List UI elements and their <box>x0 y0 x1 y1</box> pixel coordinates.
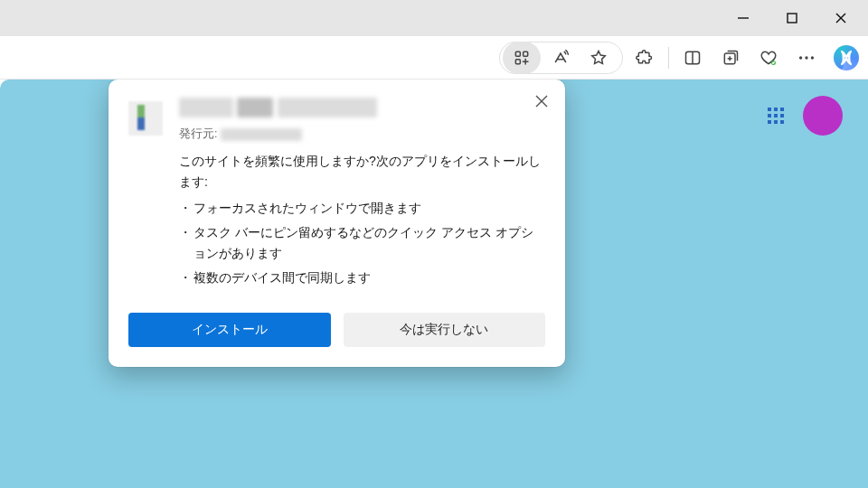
popup-actions: インストール 今は実行しない <box>128 313 545 347</box>
svg-point-17 <box>805 56 807 59</box>
app-install-icon <box>513 49 531 67</box>
not-now-button-label: 今は実行しない <box>400 322 488 338</box>
read-aloud-button[interactable] <box>542 42 579 74</box>
install-app-button[interactable] <box>503 42 541 74</box>
popup-bullet: タスク バーにピン留めするなどのクイック アクセス オプションがあります <box>179 222 545 264</box>
user-avatar[interactable] <box>803 96 843 136</box>
popup-bullet: フォーカスされたウィンドウで開きます <box>179 198 545 219</box>
puzzle-icon <box>636 49 654 67</box>
popup-bullet: 複数のデバイス間で同期します <box>179 267 545 288</box>
maximize-icon <box>786 12 798 24</box>
install-app-popup: 発行元: このサイトを頻繁に使用しますか?次のアプリをインストールします: フォ… <box>108 80 565 367</box>
collections-button[interactable] <box>712 42 749 74</box>
svg-rect-25 <box>768 120 771 124</box>
install-button[interactable]: インストール <box>128 313 331 347</box>
app-icon <box>128 101 163 136</box>
browser-essentials-button[interactable] <box>750 42 787 74</box>
svg-rect-23 <box>774 114 778 117</box>
svg-rect-4 <box>515 52 520 56</box>
svg-rect-27 <box>780 120 784 124</box>
star-icon <box>590 49 608 67</box>
svg-rect-26 <box>774 120 778 124</box>
publisher-prefix: 発行元: <box>179 127 217 140</box>
svg-point-18 <box>811 56 814 59</box>
popup-close-button[interactable] <box>529 89 554 114</box>
svg-rect-5 <box>524 52 528 56</box>
not-now-button[interactable]: 今は実行しない <box>344 313 546 347</box>
popup-description: このサイトを頻繁に使用しますか?次のアプリをインストールします: <box>179 151 545 192</box>
install-button-label: インストール <box>192 322 268 338</box>
window-maximize-button[interactable] <box>772 4 812 33</box>
toolbar-right-group <box>627 42 859 74</box>
svg-rect-19 <box>768 108 771 111</box>
publisher-redacted <box>221 128 302 141</box>
popup-bullet-list: フォーカスされたウィンドウで開きます タスク バーにピン留めするなどのクイック … <box>179 198 545 288</box>
page-header-actions <box>767 96 843 136</box>
close-icon <box>835 12 847 24</box>
window-titlebar <box>0 0 868 36</box>
app-name <box>179 98 377 121</box>
addressbar-actions <box>499 42 623 74</box>
split-screen-icon <box>684 49 702 67</box>
popup-header: 発行元: <box>128 98 545 142</box>
window-close-button[interactable] <box>821 4 861 33</box>
minimize-icon <box>737 12 750 24</box>
toolbar-separator <box>668 47 669 69</box>
svg-point-16 <box>799 56 802 59</box>
page-content: 発行元: このサイトを頻繁に使用しますか?次のアプリをインストールします: フォ… <box>0 80 868 488</box>
svg-rect-24 <box>780 114 784 117</box>
popup-title-block: 発行元: <box>179 98 377 142</box>
popup-body: このサイトを頻繁に使用しますか?次のアプリをインストールします: フォーカスされ… <box>179 151 545 289</box>
svg-rect-20 <box>774 108 778 111</box>
close-icon <box>534 94 549 108</box>
favorite-button[interactable] <box>580 42 617 74</box>
copilot-icon <box>834 45 859 70</box>
window-minimize-button[interactable] <box>723 4 763 33</box>
overflow-menu-button[interactable] <box>788 42 825 74</box>
publisher-line: 発行元: <box>179 127 377 142</box>
copilot-button[interactable] <box>834 45 859 70</box>
more-icon <box>797 48 816 68</box>
heartbeat-icon <box>760 49 778 67</box>
split-screen-button[interactable] <box>675 42 711 74</box>
svg-rect-21 <box>780 108 784 111</box>
svg-rect-1 <box>788 14 797 23</box>
read-aloud-icon <box>552 49 570 67</box>
svg-rect-6 <box>515 59 520 63</box>
svg-rect-22 <box>768 114 771 117</box>
extensions-button[interactable] <box>627 42 663 74</box>
apps-grid-icon[interactable] <box>767 107 785 125</box>
collections-icon <box>722 49 740 67</box>
browser-toolbar <box>0 36 868 80</box>
